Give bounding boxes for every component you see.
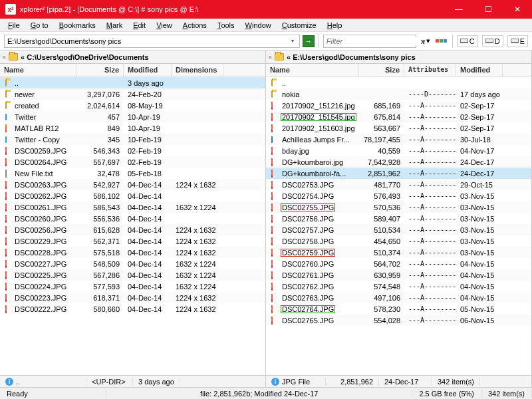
- list-item[interactable]: Achilleas Jumps Fr...78,197,455---A-----…: [266, 134, 531, 145]
- minimize-button[interactable]: —: [444, 0, 473, 19]
- back-chevron-icon[interactable]: «: [3, 54, 6, 61]
- menu-mark[interactable]: Mark: [101, 20, 128, 31]
- list-item[interactable]: DSC00229.JPG562,37104-Dec-141224 x 1632: [0, 235, 265, 247]
- list-item[interactable]: DSC02755.JPG570,536---A--------03-Nov-15: [266, 201, 531, 213]
- image-icon: [5, 237, 7, 245]
- left-breadcrumb[interactable]: « « C:\Users\god\OneDrive\Documents: [0, 51, 265, 64]
- drive-c-button[interactable]: C: [457, 35, 478, 47]
- maximize-button[interactable]: ☐: [473, 0, 503, 19]
- drive-d-button[interactable]: D: [482, 35, 503, 47]
- back-chevron-icon[interactable]: «: [269, 54, 272, 61]
- image-icon: [271, 170, 273, 178]
- list-item[interactable]: 20170902_151216.jpg685,169---A--------02…: [266, 100, 531, 111]
- image-icon: [271, 249, 273, 257]
- image-icon: [5, 215, 7, 223]
- list-item[interactable]: DSC02764.JPG578,230---A--------05-Nov-15: [266, 303, 531, 315]
- col-modified[interactable]: Modified: [124, 64, 172, 76]
- list-item[interactable]: DSC02754.JPG576,493---A--------03-Nov-15: [266, 190, 531, 201]
- right-file-list[interactable]: ..nokia----D-------17 days ago20170902_1…: [266, 77, 531, 375]
- menu-actions[interactable]: Actions: [178, 20, 212, 31]
- list-item[interactable]: Twitter - Copy34510-Feb-19: [0, 134, 265, 145]
- list-item[interactable]: DSC00222.JPG580,66004-Dec-141224 x 1632: [0, 303, 265, 315]
- matlab-icon: [5, 124, 7, 132]
- menu-bookmarks[interactable]: Bookmarks: [54, 20, 101, 31]
- image-icon: [271, 192, 273, 200]
- list-item[interactable]: bday.jpg40,559---A--------04-Nov-17: [266, 145, 531, 156]
- menu-tools[interactable]: Tools: [212, 20, 240, 31]
- left-columns[interactable]: Name Size Modified Dimensions: [0, 64, 265, 77]
- left-file-list[interactable]: ..3 days agonewer3,297,07624-Feb-20creat…: [0, 77, 265, 375]
- image-icon: [271, 113, 273, 121]
- list-item[interactable]: ..: [266, 77, 531, 88]
- list-item[interactable]: DSC00260.JPG556,53604-Dec-14: [0, 213, 265, 224]
- twitter-icon: [5, 114, 7, 120]
- list-item[interactable]: MATLAB R1284910-Apr-19: [0, 122, 265, 134]
- close-button[interactable]: ✕: [503, 0, 532, 19]
- list-item[interactable]: DG+koumbaroi.jpg7,542,928---A--------24-…: [266, 156, 531, 168]
- col-name[interactable]: Name: [266, 64, 359, 76]
- list-item[interactable]: Twitter45710-Apr-19: [0, 111, 265, 122]
- menu-customize[interactable]: Customize: [277, 20, 322, 31]
- right-breadcrumb[interactable]: « « E:\Users\god\Documents\sony pics: [266, 51, 531, 64]
- col-name[interactable]: Name: [0, 64, 77, 76]
- list-item[interactable]: DSC02761.JPG630,959---A--------04-Nov-15: [266, 269, 531, 281]
- list-item[interactable]: 20170902_151545.jpg675,814---A--------02…: [266, 111, 531, 122]
- view-colors-icon[interactable]: [435, 35, 448, 48]
- path-input[interactable]: [7, 37, 289, 45]
- list-item[interactable]: created2,024,61408-May-19: [0, 100, 265, 111]
- list-item[interactable]: DSC02756.JPG589,407---A--------03-Nov-15: [266, 213, 531, 224]
- filter-input[interactable]: [327, 37, 419, 45]
- drive-e-button[interactable]: E: [507, 35, 528, 47]
- status-items: 342 item(s): [481, 390, 532, 398]
- col-dimensions[interactable]: Dimensions: [172, 64, 223, 76]
- menu-window[interactable]: Window: [240, 20, 277, 31]
- folder-icon: [271, 79, 273, 86]
- menu-edit[interactable]: Edit: [128, 20, 151, 31]
- list-item[interactable]: DSC02765.JPG554,028---A--------06-Nov-15: [266, 315, 531, 326]
- list-item[interactable]: DSC00224.JPG577,59304-Dec-141632 x 1224: [0, 281, 265, 292]
- image-icon: [5, 226, 7, 234]
- list-item[interactable]: newer3,297,07624-Feb-20: [0, 88, 265, 100]
- path-combo[interactable]: ▾: [4, 35, 300, 48]
- menu-view[interactable]: View: [151, 20, 178, 31]
- col-attributes[interactable]: Attributes: [404, 64, 456, 76]
- list-item[interactable]: DSC00259.JPG546,34302-Feb-19: [0, 145, 265, 156]
- menu-file[interactable]: File: [3, 20, 25, 31]
- right-columns[interactable]: Name Size Attributes Modified: [266, 64, 531, 77]
- list-item[interactable]: DSC00261.JPG586,54304-Dec-141632 x 1224: [0, 201, 265, 213]
- filter-funnel-icon[interactable]: ▾: [419, 35, 432, 48]
- list-item[interactable]: 20170902_151603.jpg563,667---A--------02…: [266, 122, 531, 134]
- col-size[interactable]: Size: [359, 64, 404, 76]
- menu-help[interactable]: Help: [322, 20, 348, 31]
- list-item[interactable]: DSC00263.JPG542,92704-Dec-141224 x 1632: [0, 179, 265, 190]
- list-item[interactable]: DSC00228.JPG575,51804-Dec-141224 x 1632: [0, 247, 265, 258]
- list-item[interactable]: DSC00227.JPG548,50904-Dec-141632 x 1224: [0, 258, 265, 269]
- list-item[interactable]: DSC00225.JPG567,28604-Dec-141632 x 1224: [0, 269, 265, 281]
- list-item[interactable]: DSC00262.JPG586,10204-Dec-14: [0, 190, 265, 201]
- image-icon: [271, 203, 273, 211]
- list-item[interactable]: DSC00223.JPG618,37104-Dec-141224 x 1632: [0, 292, 265, 303]
- list-item[interactable]: DSC02760.JPG564,702---A--------04-Nov-15: [266, 258, 531, 269]
- col-modified[interactable]: Modified: [456, 64, 503, 76]
- list-item[interactable]: DG+koumbaroi-fa...2,851,962---A--------2…: [266, 168, 531, 179]
- list-item[interactable]: DSC02757.JPG510,534---A--------03-Nov-15: [266, 224, 531, 235]
- list-item[interactable]: DSC02759.JPG510,374---A--------03-Nov-15: [266, 247, 531, 258]
- list-item[interactable]: DSC00256.JPG615,62804-Dec-141224 x 1632: [0, 224, 265, 235]
- go-button[interactable]: →: [303, 35, 315, 47]
- list-item[interactable]: New File.txt32,47805-Feb-18: [0, 168, 265, 179]
- menu-go-to[interactable]: Go to: [25, 20, 54, 31]
- list-item[interactable]: DSC00264.JPG557,69702-Feb-19: [0, 156, 265, 168]
- list-item[interactable]: DSC02763.JPG497,106---A--------04-Nov-15: [266, 292, 531, 303]
- filter-box[interactable]: x: [323, 35, 416, 48]
- path-dropdown-icon[interactable]: ▾: [289, 38, 297, 44]
- info-icon: i: [5, 378, 13, 386]
- list-item[interactable]: ..3 days ago: [0, 77, 265, 88]
- left-pane-status: i.. <UP-DIR> 3 days ago: [0, 375, 265, 387]
- list-item[interactable]: DSC02762.JPG574,548---A--------04-Nov-15: [266, 281, 531, 292]
- col-size[interactable]: Size: [77, 64, 124, 76]
- folder-icon: [9, 53, 18, 61]
- list-item[interactable]: nokia----D-------17 days ago: [266, 88, 531, 100]
- drive-icon: [460, 39, 468, 43]
- list-item[interactable]: DSC02758.JPG454,650---A--------03-Nov-15: [266, 235, 531, 247]
- list-item[interactable]: DSC02753.JPG481,770---A--------29-Oct-15: [266, 179, 531, 190]
